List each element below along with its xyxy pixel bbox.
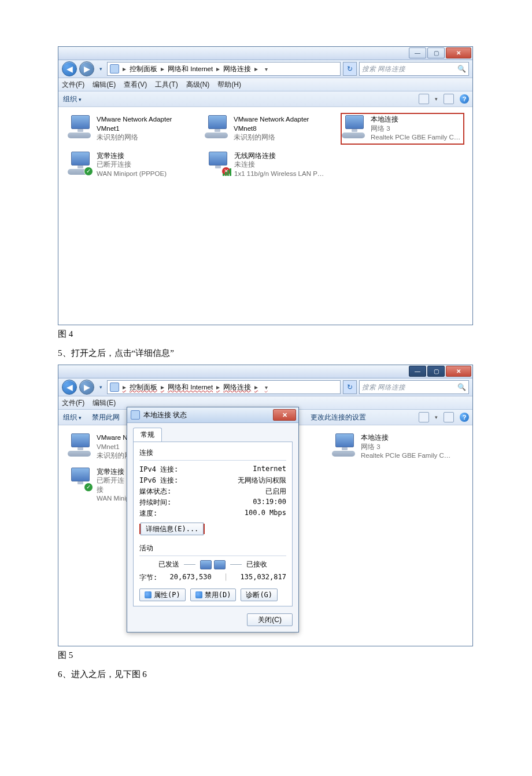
help-button[interactable]: ? (460, 94, 469, 104)
location-icon (110, 383, 119, 392)
sent-bytes: 20,673,530 (170, 573, 212, 583)
network-adapter-icon (71, 433, 90, 447)
menu-help[interactable]: 帮助(H) (217, 80, 241, 90)
diagnose-button[interactable]: 诊断(G) (241, 589, 278, 601)
activity-icon (200, 560, 226, 569)
organize-button[interactable]: 组织 (63, 413, 82, 422)
step-6-text: 6、进入之后，见下图 6 (58, 669, 474, 680)
history-dropdown[interactable]: ▾ (97, 380, 105, 394)
address-bar[interactable]: ▸ 控制面板 ▸ 网络和 Internet ▸ 网络连接 ▸ ▾ (107, 62, 341, 76)
crumb-control-panel[interactable]: 控制面板 (130, 383, 157, 392)
crumb-network-internet[interactable]: 网络和 Internet (168, 383, 213, 392)
dialog-icon (131, 410, 140, 420)
connection-vmnet1[interactable]: VMware Network Adapter VMnet1 未识别的网络 (66, 113, 190, 145)
details-button[interactable]: 详细信息(E)... (141, 523, 204, 535)
group-activity: 活动 (139, 543, 286, 553)
menu-file[interactable]: 文件(F) (62, 398, 84, 408)
network-adapter-icon (71, 468, 90, 481)
back-button[interactable]: ◀ (62, 61, 77, 76)
menu-view[interactable]: 查看(V) (124, 80, 147, 90)
view-mode-button[interactable] (419, 94, 429, 104)
network-adapter-icon (208, 115, 227, 129)
menu-advanced[interactable]: 高级(N) (186, 80, 210, 90)
wifi-bars-icon (223, 168, 232, 176)
view-mode-button[interactable] (419, 412, 429, 422)
duration-value: 03:19:00 (209, 498, 286, 507)
address-dropdown[interactable]: ▾ (261, 66, 271, 72)
media-label: 媒体状态: (139, 487, 209, 497)
connection-lan-highlighted[interactable]: 本地连接 网络 3 Realtek PCIe GBE Family Contr.… (341, 113, 464, 145)
minimize-button[interactable]: — (409, 366, 426, 377)
window-network-connections-fig4: — ▢ ✕ ◀ ▶ ▾ ▸ 控制面板 ▸ 网络和 Internet ▸ 网络连接… (58, 46, 473, 325)
forward-button[interactable]: ▶ (79, 61, 94, 76)
back-button[interactable]: ◀ (62, 380, 77, 395)
connections-pane: VMware Network Adapter VMnet1 未识别的网络 VMw… (58, 107, 472, 325)
close-button[interactable]: 关闭(C) (247, 613, 293, 626)
step-5-text: 5、打开之后，点击“详细信息” (58, 348, 474, 359)
search-input[interactable]: 搜索 网络连接 🔍 (359, 380, 469, 394)
close-button[interactable]: ✕ (446, 47, 471, 58)
network-adapter-icon (209, 152, 227, 166)
organize-button[interactable]: 组织 (63, 94, 82, 104)
connection-device: WAN Miniport (PPPOE) (97, 170, 167, 179)
group-connection: 连接 (139, 448, 286, 458)
connection-vmnet1-partial[interactable]: VMware N VMnet1 未识别的网 (66, 431, 124, 463)
tab-general[interactable]: 常规 (133, 428, 162, 442)
menu-edit[interactable]: 编辑(E) (93, 80, 116, 90)
command-bar: 组织 ▾ ? (58, 91, 472, 107)
ok-badge-icon: ✓ (84, 167, 93, 176)
properties-button[interactable]: 属性(P) (139, 589, 186, 601)
bytes-label: 字节: (139, 573, 157, 583)
received-label: 已接收 (246, 560, 267, 569)
network-adapter-icon (71, 152, 90, 166)
close-button[interactable]: ✕ (446, 366, 471, 377)
connection-name: VMware Network Adapter VMnet1 (97, 115, 189, 133)
dialog-title: 本地连接 状态 (143, 410, 187, 420)
dialog-close-button[interactable]: ✕ (273, 409, 296, 421)
connection-status: 网络 3 (371, 124, 463, 134)
connection-device: WAN Minip (97, 494, 130, 503)
connection-status: 未连接 (234, 160, 327, 170)
menu-edit[interactable]: 编辑(E) (93, 398, 116, 408)
crumb-network-internet[interactable]: 网络和 Internet (168, 65, 213, 73)
shield-icon (145, 591, 152, 598)
maximize-button[interactable]: ▢ (427, 366, 445, 377)
minimize-button[interactable]: — (409, 47, 426, 58)
connection-name: 无线网络连接 (234, 152, 327, 161)
connection-status: 已断开连接 (97, 160, 167, 170)
search-input[interactable]: 搜索 网络连接 🔍 (359, 62, 469, 76)
connection-wlan[interactable]: ✕ 无线网络连接 未连接 1x1 11b/g/n Wireless LAN PC… (204, 149, 328, 181)
connection-lan[interactable]: 本地连接 网络 3 Realtek PCIe GBE Family Contr.… (331, 431, 455, 463)
crumb-network-connections[interactable]: 网络连接 (223, 383, 251, 392)
connection-device: Realtek PCIe GBE Family Contr... (371, 133, 463, 142)
preview-pane-button[interactable] (444, 94, 454, 104)
connection-name: VMware N (97, 433, 131, 443)
address-bar[interactable]: ▸ 控制面板 ▸ 网络和 Internet ▸ 网络连接 ▸ ▾ (107, 380, 341, 394)
crumb-control-panel[interactable]: 控制面板 (130, 65, 157, 73)
connection-name: VMware Network Adapter VMnet8 (234, 115, 326, 133)
connection-broadband-partial[interactable]: ✓ 宽带连接 已断开连接 WAN Minip (66, 465, 124, 506)
menu-tools[interactable]: 工具(T) (155, 80, 178, 90)
connection-name: 宽带连接 (97, 468, 130, 477)
menu-file[interactable]: 文件(F) (62, 80, 84, 90)
refresh-button[interactable]: ↻ (343, 380, 357, 394)
disable-adapter-button[interactable]: 禁用此网 (92, 413, 120, 422)
ipv6-value: 无网络访问权限 (209, 476, 286, 486)
change-settings-button[interactable]: 更改此连接的设置 (311, 413, 366, 422)
speed-label: 速度: (139, 509, 209, 518)
address-dropdown[interactable]: ▾ (261, 384, 271, 391)
search-placeholder: 搜索 网络连接 (362, 65, 405, 73)
refresh-button[interactable]: ↻ (343, 62, 357, 76)
maximize-button[interactable]: ▢ (427, 47, 445, 58)
preview-pane-button[interactable] (444, 412, 454, 422)
help-button[interactable]: ? (460, 413, 469, 422)
disable-button[interactable]: 禁用(D) (190, 589, 237, 601)
forward-button[interactable]: ▶ (79, 380, 94, 395)
crumb-network-connections[interactable]: 网络连接 (223, 65, 251, 73)
history-dropdown[interactable]: ▾ (97, 62, 105, 76)
received-bytes: 135,032,817 (241, 573, 286, 583)
connection-broadband[interactable]: ✓ 宽带连接 已断开连接 WAN Miniport (PPPOE) (66, 149, 190, 181)
connection-name: 宽带连接 (97, 152, 167, 161)
search-icon: 🔍 (457, 65, 466, 73)
connection-vmnet8[interactable]: VMware Network Adapter VMnet8 未识别的网络 (204, 113, 327, 145)
